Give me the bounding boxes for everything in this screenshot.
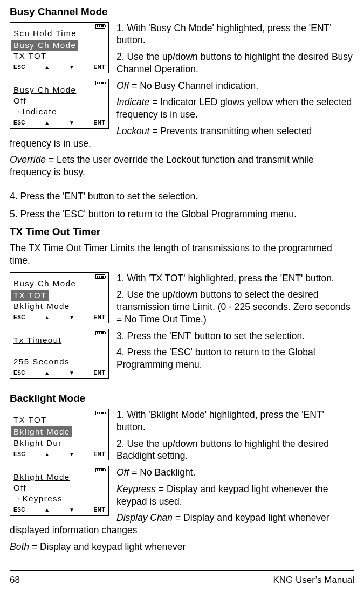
lcd-line: Off <box>13 95 105 106</box>
softkey-down: ▼ <box>69 369 74 376</box>
lcd-line-title: Bklight Mode <box>13 472 105 483</box>
softkey-esc: ESC <box>13 369 25 376</box>
lcd-screen: Bklight Mode Off →Keypress ESC ▲ ▼ ENT <box>10 466 109 516</box>
lcd-line-title: Busy Ch Mode <box>13 85 105 95</box>
lcd-line: 255 Seconds <box>13 356 105 367</box>
step: 5. Press the 'ESC' button to return to t… <box>10 208 354 221</box>
option-label: Keypress <box>116 484 156 494</box>
softkey-down: ▼ <box>69 314 74 321</box>
option-label: Off <box>116 467 129 478</box>
lcd-line: Busy Ch Mode <box>13 278 105 289</box>
lcd-stack: TX TOT Bklight Mode Bklight Dur ESC ▲ ▼ … <box>10 409 109 521</box>
softkey-ent: ENT <box>93 64 105 71</box>
option-label: Display Chan <box>116 512 173 523</box>
after-float: 4. Press the 'ENT' button to set the sel… <box>10 190 354 221</box>
lcd-line: Scn Hold Time <box>13 28 105 39</box>
lcd-line: TX TOT <box>13 415 105 425</box>
lcd-line: Off <box>13 483 105 493</box>
section-title-tx-tot: TX Time Out Timer <box>10 225 354 239</box>
lcd-line-highlighted: Bklight Mode <box>11 426 72 437</box>
section-intro: The TX Time Out Timer Limits the length … <box>10 242 354 267</box>
lcd-screen: Scn Hold Time Busy Ch Mode TX TOT ESC ▲ … <box>10 22 109 74</box>
battery-icon <box>95 331 105 335</box>
softkey-esc: ESC <box>13 64 25 71</box>
softkey-down: ▼ <box>69 64 74 71</box>
option-label: Override <box>10 154 46 165</box>
softkey-up: ▲ <box>44 451 50 458</box>
lcd-stack: Scn Hold Time Busy Ch Mode TX TOT ESC ▲ … <box>10 22 109 135</box>
softkey-esc: ESC <box>13 314 25 321</box>
battery-icon <box>95 411 105 415</box>
softkey-down: ▼ <box>69 119 74 126</box>
section-tx-tot: Busy Ch Mode TX TOT Bklight Mode ESC ▲ ▼… <box>10 272 354 385</box>
lcd-line-title: Tx Timeout <box>13 335 105 346</box>
softkeys: ESC ▲ ▼ ENT <box>10 505 108 515</box>
softkey-up: ▲ <box>44 369 50 376</box>
battery-icon <box>95 81 105 85</box>
softkey-ent: ENT <box>93 451 105 458</box>
softkey-esc: ESC <box>13 451 25 458</box>
section-title-backlight: Backlight Mode <box>10 392 354 405</box>
softkey-down: ▼ <box>69 506 74 513</box>
softkey-up: ▲ <box>44 64 50 71</box>
softkey-ent: ENT <box>93 314 105 321</box>
battery-icon <box>95 468 105 472</box>
lcd-line: Bklight Mode <box>13 301 105 312</box>
option-label: Off <box>116 80 129 91</box>
lcd-line: TX TOT <box>13 51 105 61</box>
softkey-up: ▲ <box>44 119 50 126</box>
section-backlight: TX TOT Bklight Mode Bklight Dur ESC ▲ ▼ … <box>10 409 354 557</box>
option-desc: = Lets the user override the Lockout fun… <box>10 154 314 177</box>
option-label: Both <box>10 541 29 552</box>
softkey-up: ▲ <box>44 314 50 321</box>
lcd-line-selected: →Indicate <box>13 106 105 117</box>
softkey-esc: ESC <box>13 506 25 513</box>
lcd-screen: Busy Ch Mode Off →Indicate ESC ▲ ▼ ENT <box>10 79 109 129</box>
softkey-down: ▼ <box>69 451 74 458</box>
option-desc: = No Backlight. <box>129 467 195 478</box>
softkey-up: ▲ <box>44 506 50 513</box>
lcd-line-selected: →Keypress <box>13 493 105 504</box>
lcd-line: Bklight Dur <box>13 438 105 449</box>
manual-title: KNG User’s Manual <box>273 574 354 586</box>
section-title-busy-channel: Busy Channel Mode <box>10 5 354 19</box>
softkeys: ESC ▲ ▼ ENT <box>10 313 108 323</box>
step: 4. Press the 'ENT' button to set the sel… <box>10 190 354 203</box>
softkeys: ESC ▲ ▼ ENT <box>10 63 108 73</box>
option-label: Lockout <box>116 126 149 136</box>
option-line: Both = Display and keypad light whenever <box>10 541 354 553</box>
softkeys: ESC ▲ ▼ ENT <box>10 368 108 378</box>
page-number: 68 <box>10 574 20 586</box>
option-desc: = Indicator LED glows yellow when the se… <box>116 97 352 120</box>
page-footer: 68 KNG User’s Manual <box>10 570 354 586</box>
section-busy-channel: Scn Hold Time Busy Ch Mode TX TOT ESC ▲ … <box>10 22 354 183</box>
option-desc: = No Busy Channel indication. <box>129 80 258 91</box>
lcd-screen: Busy Ch Mode TX TOT Bklight Mode ESC ▲ ▼… <box>10 272 109 324</box>
softkey-ent: ENT <box>93 369 105 376</box>
lcd-line-highlighted: Busy Ch Mode <box>11 40 78 51</box>
option-desc: = Display and keypad light whenever <box>29 541 186 552</box>
lcd-line-highlighted: TX TOT <box>11 290 49 301</box>
lcd-stack: Busy Ch Mode TX TOT Bklight Mode ESC ▲ ▼… <box>10 272 109 385</box>
battery-icon <box>95 24 105 29</box>
option-line: Override = Lets the user override the Lo… <box>10 154 354 178</box>
battery-icon <box>95 274 105 279</box>
page: Busy Channel Mode Scn Hold Time Busy Ch … <box>0 0 364 591</box>
softkey-ent: ENT <box>93 506 105 513</box>
softkey-esc: ESC <box>13 119 25 126</box>
lcd-screen: Tx Timeout 255 Seconds ESC ▲ ▼ ENT <box>10 329 109 379</box>
option-label: Indicate <box>116 97 149 107</box>
softkeys: ESC ▲ ▼ ENT <box>10 118 108 128</box>
lcd-screen: TX TOT Bklight Mode Bklight Dur ESC ▲ ▼ … <box>10 409 109 460</box>
lcd-line <box>13 346 105 356</box>
softkeys: ESC ▲ ▼ ENT <box>10 450 108 460</box>
softkey-ent: ENT <box>93 119 105 126</box>
